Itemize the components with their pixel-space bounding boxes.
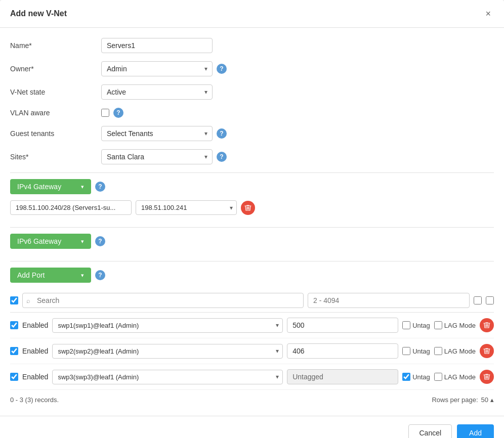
dialog-header: Add new V-Net ×: [0, 0, 504, 28]
dialog-footer: Cancel Add: [0, 416, 504, 438]
add-port-help-icon[interactable]: ?: [95, 270, 105, 280]
vnet-state-row: V-Net state Active Inactive ▾: [10, 84, 494, 100]
guest-tenants-select[interactable]: Select Tenants: [101, 126, 213, 141]
vnet-state-label: V-Net state: [10, 88, 101, 96]
guest-tenants-help-icon[interactable]: ?: [217, 128, 227, 139]
vnet-state-select-wrapper: Active Inactive ▾: [101, 84, 213, 100]
ipv4-delete-button[interactable]: [241, 201, 255, 215]
port2-enabled-checkbox[interactable]: [10, 347, 18, 355]
port1-delete-button[interactable]: [480, 318, 494, 332]
guest-tenants-label: Guest tenants: [10, 129, 101, 138]
port2-delete-button[interactable]: [480, 344, 494, 358]
search-icon: ⌕: [26, 297, 30, 304]
add-port-header: Add Port ▾ ?: [10, 268, 494, 283]
owner-label: Owner*: [10, 65, 101, 73]
owner-select-wrapper: Admin ▾: [101, 61, 213, 76]
port1-untag-checkbox[interactable]: [402, 321, 410, 329]
port3-enabled-label: Enabled: [22, 373, 48, 381]
port3-enabled-checkbox[interactable]: [10, 373, 18, 381]
name-row: Name*: [10, 38, 494, 53]
port2-select[interactable]: swp2(swp2)@leaf1 (Admin): [52, 344, 283, 359]
vnet-state-select[interactable]: Active Inactive: [101, 84, 213, 100]
trash-icon: [483, 322, 490, 329]
port3-select[interactable]: swp3(swp3)@leaf1 (Admin): [52, 370, 283, 384]
port1-enabled-label: Enabled: [22, 321, 48, 329]
port3-lag-checkbox[interactable]: [434, 373, 442, 381]
ipv6-gateway-label: IPv6 Gateway: [17, 237, 61, 245]
add-port-chevron-icon: ▾: [81, 272, 84, 279]
port1-lag-checkbox[interactable]: [434, 321, 442, 329]
port1-untag-label: Untag: [402, 321, 430, 329]
close-button[interactable]: ×: [482, 8, 494, 19]
port2-untag-label: Untag: [402, 347, 430, 355]
ipv6-gateway-button[interactable]: IPv6 Gateway ▾: [10, 234, 91, 249]
trash-icon: [244, 204, 251, 211]
port1-select-wrapper: swp1(swp1)@leaf1 (Admin) ▾: [52, 318, 283, 333]
search-input[interactable]: [22, 293, 304, 308]
ipv4-gateway-header: IPv4 Gateway ▾ ?: [10, 179, 494, 194]
sites-row: Sites* Santa Clara ▾ ?: [10, 149, 494, 164]
vlan-aware-label: VLAN aware: [10, 109, 101, 117]
vlan-range-input[interactable]: [308, 293, 470, 308]
port3-vlan-input[interactable]: [287, 369, 398, 384]
port1-lag-label: LAG Mode: [434, 321, 476, 329]
ipv4-gateway-help-icon[interactable]: ?: [95, 182, 105, 192]
port3-untag-checkbox[interactable]: [402, 373, 410, 381]
vlan-aware-row: VLAN aware ?: [10, 108, 494, 118]
ipv6-gateway-header: IPv6 Gateway ▾ ?: [10, 234, 494, 249]
port-row: Enabled swp3(swp3)@leaf1 (Admin) ▾ Untag…: [10, 364, 494, 390]
port-row: Enabled swp1(swp1)@leaf1 (Admin) ▾ Untag…: [10, 313, 494, 338]
dialog-title: Add new V-Net: [10, 9, 67, 18]
ipv4-subnet-input[interactable]: [10, 200, 132, 215]
owner-select[interactable]: Admin: [101, 61, 213, 76]
trash-icon: [483, 373, 490, 380]
port-row: Enabled swp2(swp2)@leaf1 (Admin) ▾ Untag…: [10, 338, 494, 364]
rows-per-page-value: 50: [481, 396, 488, 404]
search-wrapper: ⌕: [22, 293, 304, 308]
ipv4-gateway-chevron-icon: ▾: [81, 184, 84, 190]
port3-select-wrapper: swp3(swp3)@leaf1 (Admin) ▾: [52, 370, 283, 384]
records-text: 0 - 3 (3) records.: [10, 396, 59, 404]
cancel-button[interactable]: Cancel: [408, 424, 452, 438]
name-input[interactable]: [101, 38, 213, 53]
port3-delete-button[interactable]: [480, 370, 494, 384]
select-all-checkbox[interactable]: [10, 296, 18, 304]
header-checkbox-2[interactable]: [486, 296, 494, 304]
rows-per-page-chevron-icon: ▴: [490, 396, 494, 404]
table-footer: 0 - 3 (3) records. Rows per page: 50 ▴: [10, 390, 494, 410]
guest-tenants-select-wrapper: Select Tenants ▾: [101, 126, 213, 141]
sites-help-icon[interactable]: ?: [217, 152, 227, 162]
name-label: Name*: [10, 41, 101, 50]
trash-icon: [483, 347, 490, 355]
add-button[interactable]: Add: [457, 424, 494, 438]
port1-enabled-checkbox[interactable]: [10, 321, 18, 329]
ipv4-gateway-row: 198.51.100.241 ▾: [10, 200, 494, 215]
add-vnet-dialog: Add new V-Net × Name* Owner* Admin ▾ ? V…: [0, 0, 504, 438]
add-port-button[interactable]: Add Port ▾: [10, 268, 91, 283]
guest-tenants-row: Guest tenants Select Tenants ▾ ?: [10, 126, 494, 141]
port3-lag-label: LAG Mode: [434, 373, 476, 381]
sites-select-wrapper: Santa Clara ▾: [101, 149, 213, 164]
ipv4-gateway-button[interactable]: IPv4 Gateway ▾: [10, 179, 91, 194]
port2-untag-checkbox[interactable]: [402, 347, 410, 355]
port1-vlan-input[interactable]: [287, 318, 398, 333]
port2-vlan-input[interactable]: [287, 343, 398, 359]
vlan-aware-checkbox[interactable]: [101, 109, 109, 117]
add-port-section: Add Port ▾ ? ⌕ Enabled: [10, 261, 494, 416]
port3-untag-label: Untag: [402, 373, 430, 381]
vlan-aware-help-icon[interactable]: ?: [113, 108, 123, 118]
port2-select-wrapper: swp2(swp2)@leaf1 (Admin) ▾: [52, 344, 283, 359]
rows-per-page-selector[interactable]: 50 ▴: [481, 396, 494, 404]
port2-lag-label: LAG Mode: [434, 347, 476, 355]
ipv4-ip-select[interactable]: 198.51.100.241: [136, 200, 237, 215]
owner-row: Owner* Admin ▾ ?: [10, 61, 494, 76]
header-checkbox-1[interactable]: [474, 296, 482, 304]
port1-select[interactable]: swp1(swp1)@leaf1 (Admin): [52, 318, 283, 333]
owner-help-icon[interactable]: ?: [217, 64, 227, 74]
ipv6-gateway-section: IPv6 Gateway ▾ ?: [10, 227, 494, 261]
sites-select[interactable]: Santa Clara: [101, 149, 213, 164]
sites-label: Sites*: [10, 153, 101, 161]
ipv6-gateway-help-icon[interactable]: ?: [95, 236, 105, 246]
port2-lag-checkbox[interactable]: [434, 347, 442, 355]
dialog-body: Name* Owner* Admin ▾ ? V-Net state Activ…: [0, 28, 504, 416]
